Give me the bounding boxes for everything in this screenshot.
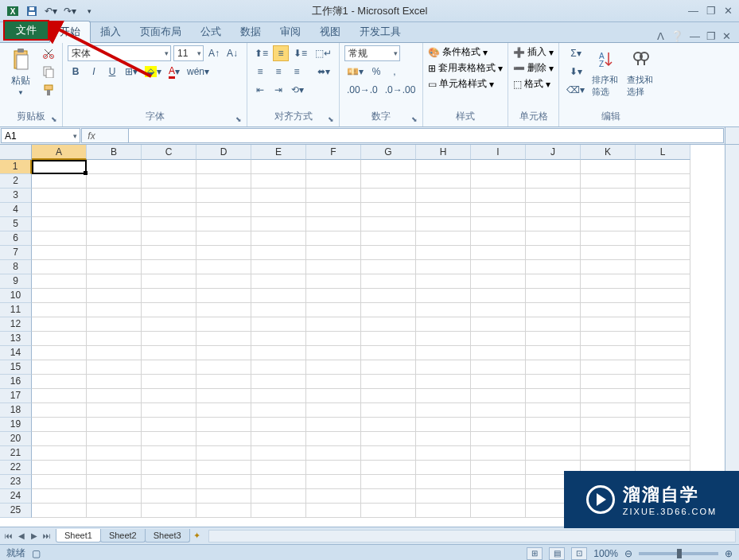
cell[interactable] [87,375,142,389]
cell[interactable] [471,389,526,403]
cell[interactable] [196,203,251,217]
cell[interactable] [471,246,526,260]
tab-nav-prev-icon[interactable]: ◀ [16,530,27,542]
cell[interactable] [32,418,87,432]
cell[interactable] [87,203,142,217]
cell[interactable] [87,317,142,332]
launcher-icon[interactable]: ⬊ [411,115,418,123]
cell[interactable] [87,160,142,174]
tab-home[interactable]: 开始 [49,21,91,43]
cell[interactable] [416,332,471,346]
cell[interactable] [581,203,636,217]
cell[interactable] [196,246,251,260]
cell[interactable] [361,489,416,504]
cell[interactable] [87,346,142,360]
normal-view-icon[interactable]: ⊞ [527,547,543,560]
cell[interactable] [142,475,196,489]
tab-formulas[interactable]: 公式 [191,21,231,42]
cell[interactable] [196,346,251,360]
row-header[interactable]: 24 [0,489,32,504]
cut-icon[interactable] [40,45,57,61]
cell[interactable] [361,160,416,174]
row-header[interactable]: 20 [0,432,32,446]
cells-area[interactable] [32,160,725,518]
sheet-tab-2[interactable]: Sheet2 [100,529,146,542]
cell[interactable] [526,260,581,274]
cell-styles-button[interactable]: ▭单元格样式▾ [428,77,503,91]
row-header[interactable]: 17 [0,389,32,403]
row-header[interactable]: 18 [0,403,32,418]
fill-color-icon[interactable]: ⬙▾ [142,64,164,80]
cell[interactable] [87,403,142,418]
cell[interactable] [471,346,526,360]
cell[interactable] [416,203,471,217]
name-box[interactable]: A1 [1,128,80,143]
macro-record-icon[interactable]: ▢ [32,548,41,559]
zoom-in-icon[interactable]: ⊕ [725,548,733,559]
cell[interactable] [32,303,87,317]
conditional-formatting-button[interactable]: 🎨条件格式▾ [428,45,503,59]
cell[interactable] [87,246,142,260]
cell[interactable] [361,260,416,274]
cell[interactable] [471,446,526,461]
cell[interactable] [32,317,87,332]
decrease-indent-icon[interactable]: ⇤ [252,82,268,98]
launcher-icon[interactable]: ⬊ [328,115,334,123]
cell[interactable] [32,274,87,289]
cell[interactable] [196,317,251,332]
cell[interactable] [471,203,526,217]
tab-nav-last-icon[interactable]: ⏭ [41,530,53,542]
cell[interactable] [306,289,361,303]
row-header[interactable]: 22 [0,461,32,475]
cell[interactable] [361,418,416,432]
cell[interactable] [32,203,87,217]
delete-cells-button[interactable]: ➖删除▾ [513,61,554,75]
cell[interactable] [32,289,87,303]
cell[interactable] [251,189,306,203]
cell[interactable] [581,160,636,174]
cell[interactable] [526,346,581,360]
page-break-view-icon[interactable]: ⊡ [571,547,587,560]
cell[interactable] [142,246,196,260]
cell[interactable] [636,418,690,432]
row-header[interactable]: 14 [0,346,32,360]
cell[interactable] [32,504,87,518]
cell[interactable] [636,160,690,174]
cell[interactable] [251,489,306,504]
cell[interactable] [306,418,361,432]
cell[interactable] [361,475,416,489]
bold-button[interactable]: B [68,64,84,80]
cell[interactable] [251,289,306,303]
row-headers[interactable]: 1234567891011121314151617181920212223242… [0,160,32,527]
cell[interactable] [306,174,361,189]
cell[interactable] [361,246,416,260]
cell[interactable] [142,332,196,346]
cell[interactable] [32,375,87,389]
cell[interactable] [142,274,196,289]
cell[interactable] [251,432,306,446]
cell[interactable] [636,432,690,446]
row-header[interactable]: 2 [0,174,32,189]
tab-review[interactable]: 审阅 [270,21,310,42]
cell[interactable] [196,160,251,174]
border-icon[interactable]: ⊞▾ [123,64,140,80]
cell[interactable] [416,475,471,489]
cell[interactable] [581,189,636,203]
row-header[interactable]: 1 [0,160,32,174]
cell[interactable] [32,432,87,446]
column-header[interactable]: C [142,145,196,160]
align-right-icon[interactable]: ≡ [289,64,305,80]
cell[interactable] [251,418,306,432]
cell[interactable] [471,432,526,446]
cell[interactable] [87,389,142,403]
cell[interactable] [32,332,87,346]
cell[interactable] [416,317,471,332]
cell[interactable] [471,231,526,246]
cell[interactable] [32,389,87,403]
cell[interactable] [361,375,416,389]
cell[interactable] [306,432,361,446]
row-header[interactable]: 15 [0,360,32,375]
cell[interactable] [142,360,196,375]
cell[interactable] [251,403,306,418]
horizontal-scrollbar[interactable] [208,530,736,542]
